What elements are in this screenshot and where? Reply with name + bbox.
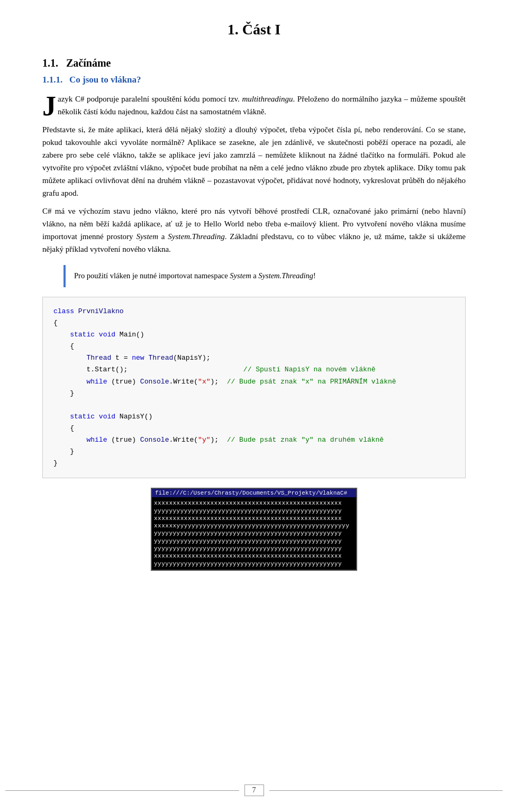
console-screenshot: file:///C:/Users/Chrasty/Documents/VS_Pr… [151, 488, 357, 571]
console-row: yyyyyyyyyyyyyyyyyyyyyyyyyyyyyyyyyyyyyyyy… [154, 560, 354, 568]
section-title: 1.1. Začínáme [42, 57, 466, 69]
subsection-title: 1.1.1. Co jsou to vlákna? [42, 75, 466, 85]
console-row: xxxxxxxxxxxxxxxxxxxxxxxxxxxxxxxxxxxxxxxx… [154, 499, 354, 507]
footer-line-right [269, 790, 503, 791]
console-screenshot-wrapper: file:///C:/Users/Chrasty/Documents/VS_Pr… [42, 488, 466, 571]
console-row: yyyyyyyyyyyyyyyyyyyyyyyyyyyyyyyyyyyyyyyy… [154, 537, 354, 545]
console-content: xxxxxxxxxxxxxxxxxxxxxxxxxxxxxxxxxxxxxxxx… [152, 497, 356, 570]
part-title: 1. Část I [42, 21, 466, 38]
console-title-bar: file:///C:/Users/Chrasty/Documents/VS_Pr… [152, 489, 356, 497]
console-row: yyyyyyyyyyyyyyyyyyyyyyyyyyyyyyyyyyyyyyyy… [154, 507, 354, 515]
page: 1. Část I 1.1. Začínáme 1.1.1. Co jsou t… [0, 0, 508, 812]
page-footer: 7 [0, 784, 508, 796]
code-block: class PrvniVlakno { static void Main() {… [42, 297, 466, 478]
paragraph-1-text: azyk C# podporuje paralelní spouštění kó… [58, 93, 466, 118]
paragraph-3: C# má ve výchozím stavu jedno vlákno, kt… [42, 205, 466, 256]
console-row: xxxxxxxxxxxxxxxxxxxxxxxxxxxxxxxxxxxxxxxx… [154, 552, 354, 560]
footer-line-left [5, 790, 239, 791]
paragraph-2: Představte si, že máte aplikaci, která d… [42, 123, 466, 199]
page-number: 7 [244, 784, 264, 796]
paragraph-1: J azyk C# podporuje paralelní spouštění … [42, 93, 466, 118]
console-row: xxxxxxyyyyyyyyyyyyyyyyyyyyyyyyyyyyyyyyyy… [154, 522, 354, 530]
console-row: xxxxxxxxxxxxxxxxxxxxxxxxxxxxxxxxxxxxxxxx… [154, 515, 354, 522]
info-box-text: Pro použití vláken je nutné importovat n… [74, 271, 316, 280]
console-row: yyyyyyyyyyyyyyyyyyyyyyyyyyyyyyyyyyyyyyyy… [154, 530, 354, 537]
console-row: yyyyyyyyyyyyyyyyyyyyyyyyyyyyyyyyyyyyyyyy… [154, 545, 354, 552]
drop-cap: J [42, 95, 56, 118]
info-box: Pro použití vláken je nutné importovat n… [64, 265, 466, 287]
